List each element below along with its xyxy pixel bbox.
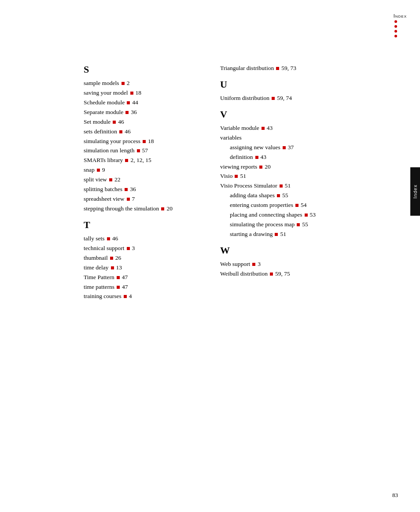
- list-item: time patterns 47: [84, 283, 207, 292]
- list-item: time delay 13: [84, 263, 207, 273]
- bullet-icon: [127, 198, 130, 201]
- entry-page: 51: [240, 172, 246, 181]
- list-item: placing and connecting shapes 53: [220, 210, 402, 220]
- list-item: saving your model 18: [84, 88, 207, 98]
- bullet-icon: [283, 146, 286, 149]
- bullet-icon: [255, 156, 258, 159]
- entry-label: Schedule module: [84, 98, 125, 107]
- entry-page: 44: [132, 98, 138, 107]
- index-tab[interactable]: Index: [410, 167, 420, 216]
- entry-label: assigning new values: [230, 143, 280, 152]
- entry-label: training courses: [84, 292, 122, 301]
- list-item: entering custom properties 54: [220, 201, 402, 210]
- entry-page: 18: [136, 88, 142, 98]
- entry-page: 37: [288, 143, 294, 152]
- entry-page: 7: [132, 195, 135, 204]
- bullet-icon: [113, 121, 116, 124]
- list-item: training courses 4: [84, 292, 207, 301]
- list-item: Set module 46: [84, 118, 207, 127]
- list-item: Schedule module 44: [84, 98, 207, 107]
- bullet-icon: [252, 263, 255, 266]
- main-content: S sample models 2 saving your model 18 S…: [84, 62, 402, 302]
- list-item: spreadsheet view 7: [84, 195, 207, 204]
- entry-label: Visio Process Simulator: [220, 181, 277, 191]
- bullet-icon: [277, 194, 280, 197]
- entry-page: 54: [301, 201, 307, 210]
- list-item: Weibull distribution 59, 75: [220, 269, 402, 279]
- entry-page: 26: [115, 254, 122, 263]
- entry-page: 3: [132, 244, 135, 253]
- entry-label: technical support: [84, 244, 125, 253]
- entry-label: snap: [84, 166, 95, 175]
- entry-page: 2: [127, 79, 130, 88]
- entry-label: sets definition: [84, 127, 117, 136]
- list-item: Visio Process Simulator 51: [220, 181, 402, 191]
- entry-page: 13: [116, 263, 122, 273]
- list-item: thumbnail 26: [84, 254, 207, 263]
- bullet-icon: [127, 101, 130, 104]
- list-item: Visio 51: [220, 172, 402, 181]
- list-item: SMARTs library 2, 12, 15: [84, 156, 207, 165]
- bullet-icon: [107, 237, 110, 240]
- index-tab-label: Index: [413, 184, 418, 199]
- list-item: Triangular distribution 59, 73: [220, 64, 402, 73]
- entry-page: 55: [282, 191, 288, 200]
- section-w-header: W: [220, 245, 402, 256]
- entry-page: 20: [166, 204, 173, 214]
- bullet-icon: [117, 286, 120, 289]
- bullet-icon: [235, 175, 238, 178]
- entry-label: time patterns: [84, 283, 114, 292]
- entry-page: 43: [267, 124, 273, 133]
- list-item: sets definition 46: [84, 127, 207, 136]
- entry-page: 3: [258, 260, 261, 269]
- bullet-icon: [259, 166, 262, 169]
- bullet-icon: [110, 257, 113, 260]
- bullet-icon: [262, 127, 265, 130]
- list-item: stepping through the simulation 20: [84, 204, 207, 214]
- bullet-icon: [130, 92, 133, 95]
- entry-page: 55: [302, 220, 308, 229]
- entry-label: saving your model: [84, 88, 128, 98]
- left-column: S sample models 2 saving your model 18 S…: [84, 62, 207, 302]
- entry-page: 18: [148, 137, 154, 146]
- entry-page: 47: [122, 283, 128, 292]
- entry-page: 36: [130, 185, 136, 194]
- entry-label: SMARTs library: [84, 156, 123, 165]
- list-item: split view 22: [84, 175, 207, 184]
- entry-label: stepping through the simulation: [84, 204, 159, 214]
- entry-page: 47: [122, 273, 128, 282]
- right-column: Triangular distribution 59, 73 U Uniform…: [220, 62, 402, 302]
- entry-page: 9: [102, 166, 105, 175]
- entry-page: 46: [118, 118, 124, 127]
- bullet-icon: [275, 233, 278, 236]
- entry-label: Time Pattern: [84, 273, 114, 282]
- section-u-header: U: [220, 79, 402, 90]
- entry-label: variables: [220, 133, 242, 143]
- list-item: viewing reports 20: [220, 162, 402, 172]
- columns-container: S sample models 2 saving your model 18 S…: [84, 62, 402, 302]
- list-item: technical support 3: [84, 244, 207, 253]
- bullet-icon: [305, 214, 308, 217]
- page-number: 83: [392, 492, 398, 499]
- bullet-dot-3: [394, 30, 397, 33]
- list-item: simulation run length 57: [84, 146, 207, 155]
- bullet-dot-2: [394, 25, 397, 28]
- top-right-decoration: Index: [394, 13, 407, 37]
- entry-page: 57: [142, 146, 148, 155]
- entry-label: placing and connecting shapes: [230, 210, 302, 220]
- entry-label: adding data shapes: [230, 191, 275, 200]
- entry-page: 51: [280, 230, 286, 239]
- entry-label: simulating your process: [84, 137, 140, 146]
- bullet-icon: [122, 82, 125, 85]
- entry-page: 43: [261, 153, 267, 162]
- bullet-dot-4: [394, 35, 397, 37]
- bullet-icon: [109, 178, 112, 181]
- entry-page: 59, 73: [281, 64, 296, 73]
- bullet-icon: [125, 188, 128, 191]
- bullet-dot-1: [394, 20, 397, 23]
- entry-page: 46: [112, 234, 118, 243]
- entry-label: Triangular distribution: [220, 64, 274, 73]
- list-item: simulating your process 18: [84, 137, 207, 146]
- entry-label: Separate module: [84, 108, 123, 117]
- entry-page: 20: [265, 162, 271, 172]
